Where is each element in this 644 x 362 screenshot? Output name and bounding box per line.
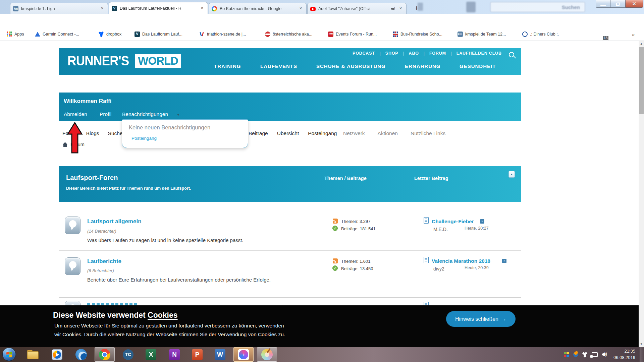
category-header: Laufsport-Foren Dieser Bereich bietet Pl… bbox=[59, 166, 521, 202]
goto-lastpost-icon[interactable]: » bbox=[502, 259, 506, 263]
close-cookie-notice-button[interactable]: Hinweis schließen → bbox=[446, 311, 516, 327]
restore-button[interactable] bbox=[610, 0, 626, 8]
forum-nav-netzwerk[interactable]: Netzwerk bbox=[343, 130, 365, 136]
notifications-link[interactable]: Benachrichtigungen bbox=[122, 111, 168, 117]
taskbar-paint-active[interactable] bbox=[257, 347, 277, 362]
lastpost-link[interactable]: Valencia Marathon 2018 bbox=[432, 258, 490, 264]
goto-lastpost-icon[interactable]: » bbox=[480, 219, 484, 224]
forum-nav-aktionen[interactable]: Aktionen bbox=[378, 130, 398, 136]
top-link-forum[interactable]: FORUM bbox=[429, 51, 446, 56]
bookmark-laufforum[interactable]: V Das Laufforum Lauf... bbox=[135, 32, 182, 37]
top-link-shop[interactable]: SHOP bbox=[385, 51, 398, 56]
welcome-title: Willkommen Raffi bbox=[64, 98, 111, 105]
forum-nav-nuetzliche-links[interactable]: Nützliche Links bbox=[411, 130, 445, 136]
top-link-abo[interactable]: ABO bbox=[409, 51, 419, 56]
forum-bubble-icon bbox=[65, 217, 80, 234]
itunes-icon: ♪ bbox=[238, 349, 249, 360]
show-desktop-button[interactable] bbox=[640, 347, 644, 362]
bookmark-bus-rundreise[interactable]: Bus-Rundreise Scho... bbox=[393, 32, 442, 37]
runnersworld-logo[interactable]: RUNNER'S WORLD bbox=[67, 53, 181, 68]
bookmark-triathlon[interactable]: triathlon-szene.de |... bbox=[199, 32, 246, 37]
taskbar-media-player[interactable] bbox=[47, 347, 67, 362]
garmin-triangle-icon bbox=[35, 32, 40, 37]
taskbar-itunes-active[interactable]: ♪ bbox=[233, 347, 254, 362]
beitraege-count: 181.541 bbox=[360, 226, 376, 231]
tab-google-search[interactable]: Bo Katzman the miracle - Google × bbox=[209, 3, 307, 14]
nav-ernaehrung[interactable]: ERNÄHRUNG bbox=[405, 63, 441, 69]
top-link-laufhelden[interactable]: LAUFHELDEN CLUB bbox=[457, 51, 502, 56]
tab-close-icon[interactable]: × bbox=[199, 5, 205, 11]
tab-close-icon[interactable]: × bbox=[298, 6, 304, 11]
dropbox-icon bbox=[99, 32, 104, 37]
bookmark-kmspiel-team[interactable]: km kmspiel.de Team 12... bbox=[458, 32, 506, 37]
taskbar-onenote[interactable]: N bbox=[164, 347, 184, 362]
tab-youtube[interactable]: Adel Tawil "Zuhause" (Offici × bbox=[307, 3, 407, 14]
nav-gesundheit[interactable]: GESUNDHEIT bbox=[460, 63, 496, 69]
taskbar-explorer[interactable] bbox=[23, 347, 43, 362]
collapse-category-button[interactable]: ▲ bbox=[508, 171, 515, 178]
top-link-podcast[interactable]: PODCAST bbox=[353, 51, 375, 56]
forum-nav-beitraege[interactable]: Beiträge bbox=[249, 130, 268, 136]
cookies-link[interactable]: Cookies bbox=[148, 311, 177, 319]
bookmark-diners-club[interactable]: .: Diners Club :. bbox=[522, 32, 559, 37]
bookmark-garmin[interactable]: Garmin Connect -... bbox=[35, 32, 79, 37]
tab-kmspiel[interactable]: km kmspiel.de 1. Liga × bbox=[10, 3, 108, 14]
forum-nav-blogs[interactable]: Blogs bbox=[86, 130, 99, 136]
forum-nav-posteingang[interactable]: Posteingang bbox=[308, 130, 337, 136]
avg-tray-icon[interactable] bbox=[564, 352, 569, 357]
tab-laufforum-active[interactable]: V Das Laufforum Laufen-aktuell - R × bbox=[109, 2, 208, 14]
network-tray-icon[interactable] bbox=[592, 352, 598, 357]
taskbar-powerpoint[interactable]: P bbox=[187, 347, 207, 362]
bookmarks-overflow-chevron[interactable]: » bbox=[632, 32, 635, 37]
bookmark-dropbox[interactable]: dropbox bbox=[99, 32, 121, 37]
forum-nav-group3: Netzwerk Aktionen Nützliche Links bbox=[343, 130, 445, 136]
forum-nav-suche[interactable]: Suche bbox=[108, 130, 123, 136]
forum-row-laufberichte: Laufberichte (6 Betrachter) Berichte übe… bbox=[59, 250, 521, 297]
forum-link[interactable]: Laufsport allgemein bbox=[87, 218, 142, 225]
forum-link[interactable]: Laufberichte bbox=[87, 258, 121, 265]
taskbar-word[interactable]: W bbox=[210, 347, 230, 362]
lastpost-link[interactable]: Challenge-Fieber bbox=[432, 219, 474, 225]
rss-icon[interactable] bbox=[333, 258, 338, 263]
minimize-button[interactable] bbox=[596, 0, 610, 8]
profile-link[interactable]: Profil bbox=[100, 111, 111, 117]
inbox-link[interactable]: Posteingang bbox=[131, 136, 157, 141]
taskbar-total-commander[interactable]: TC bbox=[118, 347, 138, 362]
nav-training[interactable]: TRAINING bbox=[214, 63, 241, 69]
taskbar-chrome-active[interactable] bbox=[95, 347, 115, 362]
cookie-text-line2: wir Cookies. Durch die weitere Nutzung d… bbox=[54, 331, 285, 338]
scrollbar-thumb[interactable] bbox=[639, 47, 644, 114]
powerpoint-icon: P bbox=[192, 349, 203, 360]
site-search-icon[interactable] bbox=[509, 52, 514, 57]
taskbar-clock[interactable]: 21:35 06.08.2019 bbox=[608, 348, 635, 361]
taskbar-excel[interactable]: X bbox=[141, 347, 161, 362]
beitraege-label: Beiträge: bbox=[341, 266, 359, 271]
close-button[interactable]: ✕ bbox=[626, 0, 643, 8]
tab-close-icon[interactable]: × bbox=[398, 6, 404, 11]
clock-time: 21:35 bbox=[608, 348, 635, 354]
nav-laufevents[interactable]: LAUFEVENTS bbox=[260, 63, 297, 69]
tab-close-icon[interactable]: × bbox=[99, 6, 105, 11]
taskbar-thunderbird[interactable] bbox=[71, 347, 91, 362]
start-button[interactable] bbox=[2, 348, 16, 361]
logout-link[interactable]: Abmelden bbox=[64, 111, 87, 117]
laufforum-favicon-icon: V bbox=[112, 6, 117, 11]
dropbox-tray-icon[interactable] bbox=[582, 352, 588, 357]
lastpost-user[interactable]: M.E.D. bbox=[433, 227, 448, 232]
browser-toolbar: ← → ↻ https://forum.runnersworld.de /for… bbox=[0, 14, 644, 29]
rss-icon[interactable] bbox=[333, 219, 338, 224]
notifications-caret-icon[interactable]: ▼ bbox=[177, 113, 180, 117]
bookmark-oesterreich[interactable]: österreichische aka... bbox=[265, 32, 312, 37]
nav-schuhe[interactable]: SCHUHE & AUSRÜSTUNG bbox=[316, 63, 386, 69]
bookmark-apps[interactable]: Apps bbox=[7, 32, 24, 37]
volume-tray-icon[interactable]: ) ) bbox=[602, 352, 607, 357]
page-scrollbar[interactable]: ▲ ▼ bbox=[639, 41, 644, 347]
lastpost-user[interactable]: divy2 bbox=[433, 266, 444, 272]
cookie-banner: Diese Website verwendet Cookies Um unser… bbox=[0, 305, 639, 347]
location-tray-icon[interactable] bbox=[573, 352, 578, 357]
tab-audio-icon[interactable] bbox=[391, 7, 396, 11]
scroll-down-icon[interactable]: ▼ bbox=[639, 341, 644, 347]
forum-nav-uebersicht[interactable]: Übersicht bbox=[277, 130, 299, 136]
scroll-up-icon[interactable]: ▲ bbox=[639, 41, 644, 47]
bookmark-events-forum[interactable]: RW Events Forum - Run... bbox=[328, 32, 377, 37]
